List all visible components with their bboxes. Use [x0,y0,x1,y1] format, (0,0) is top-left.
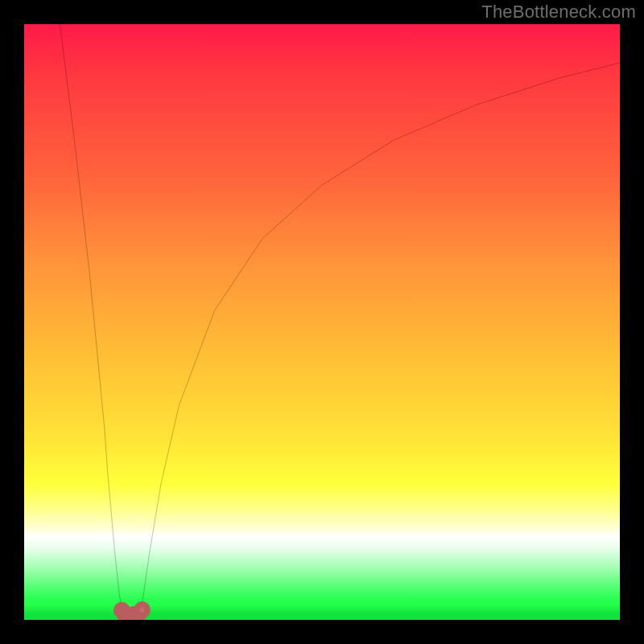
watermark-text: TheBottleneck.com [481,2,636,23]
plot-area [24,24,620,620]
curve-layer [24,24,620,620]
chart-frame: TheBottleneck.com [0,0,644,644]
curve-right-branch [140,63,620,612]
trough-marker-dots [117,605,147,620]
trough-dot [137,605,147,615]
curve-left-branch [60,24,122,612]
